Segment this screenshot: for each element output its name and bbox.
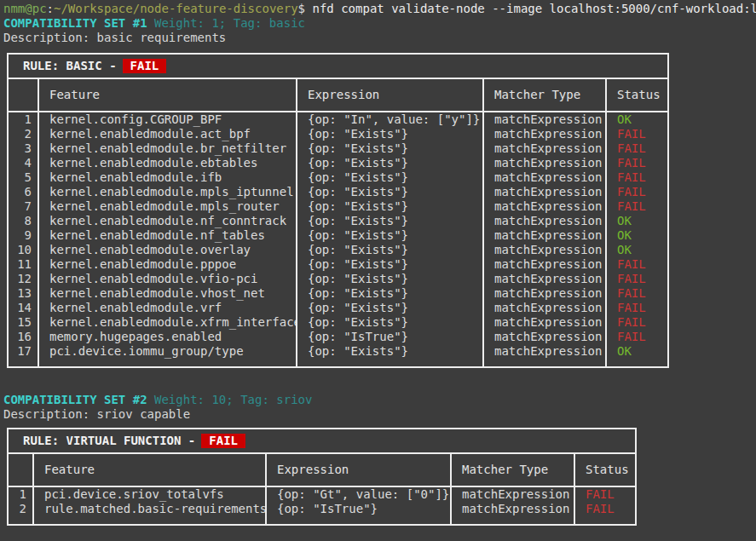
row-feature: kernel.enabledmodule.pppoe bbox=[38, 257, 297, 272]
row-matcher-type: matchExpression bbox=[483, 330, 606, 344]
row-matcher-type: matchExpression bbox=[483, 127, 606, 141]
row-feature: memory.hugepages.enabled bbox=[38, 330, 297, 344]
table-row: 11 kernel.enabledmodule.pppoe {op: "Exis… bbox=[8, 257, 668, 272]
table-row: 2 rule.matched.basic-requirements {op: "… bbox=[8, 502, 636, 525]
row-status: FAIL bbox=[606, 156, 668, 170]
row-index: 12 bbox=[8, 272, 38, 286]
row-expression: {op: "Exists"} bbox=[297, 272, 483, 286]
rule-label: RULE: VIRTUAL FUNCTION - bbox=[23, 434, 195, 447]
row-matcher-type: matchExpression bbox=[483, 315, 606, 330]
table-row: 9 kernel.enabledmodule.nf_tables {op: "E… bbox=[8, 228, 668, 243]
row-status: FAIL bbox=[606, 286, 668, 301]
row-matcher-type: matchExpression bbox=[483, 228, 606, 243]
row-expression: {op: "Exists"} bbox=[297, 214, 483, 228]
row-matcher-type: matchExpression bbox=[483, 141, 606, 156]
row-matcher-type: matchExpression bbox=[483, 199, 606, 214]
row-index: 17 bbox=[8, 344, 38, 367]
rule-status-badge: FAIL bbox=[201, 434, 245, 448]
table-row: 14 kernel.enabledmodule.vrf {op: "Exists… bbox=[8, 301, 668, 315]
row-status: OK bbox=[606, 344, 668, 367]
row-status: OK bbox=[606, 243, 668, 257]
row-index: 13 bbox=[8, 286, 38, 301]
row-index: 8 bbox=[8, 214, 38, 228]
column-header-feature: Feature bbox=[33, 453, 266, 486]
row-feature: kernel.enabledmodule.vfio-pci bbox=[38, 272, 297, 286]
command-text: nfd compat validate-node --image localho… bbox=[305, 2, 756, 15]
row-expression: {op: "In", value: ["y"]} bbox=[297, 112, 483, 127]
terminal-window[interactable]: nmm@pc:~/Workspace/node-feature-discover… bbox=[0, 0, 756, 526]
row-index: 15 bbox=[8, 315, 38, 330]
rule-header-row: RULE: VIRTUAL FUNCTION -FAIL bbox=[8, 429, 636, 453]
row-feature: pci.device.sriov_totalvfs bbox=[33, 486, 266, 502]
row-expression: {op: "Exists"} bbox=[297, 156, 483, 170]
column-header-status: Status bbox=[574, 453, 636, 486]
row-matcher-type: matchExpression bbox=[451, 502, 574, 525]
column-header-expression: Expression bbox=[297, 78, 483, 112]
table-row: 2 kernel.enabledmodule.act_bpf {op: "Exi… bbox=[8, 127, 668, 141]
table-row: 17 pci.device.iommu_group/type {op: "Exi… bbox=[8, 344, 668, 367]
row-index: 1 bbox=[8, 486, 33, 502]
row-expression: {op: "Exists"} bbox=[297, 286, 483, 301]
row-index: 4 bbox=[8, 156, 38, 170]
row-status: FAIL bbox=[606, 185, 668, 199]
row-status: FAIL bbox=[606, 127, 668, 141]
prompt-path: ~/Workspace/node-feature-discovery bbox=[54, 2, 298, 15]
rule-table-basic-body: 1 kernel.config.CGROUP_BPF {op: "In", va… bbox=[8, 112, 668, 367]
row-status: OK bbox=[606, 112, 668, 127]
rule-table-virtual-function: RULE: VIRTUAL FUNCTION -FAIL Feature Exp… bbox=[7, 428, 637, 526]
row-matcher-type: matchExpression bbox=[483, 272, 606, 286]
row-status: FAIL bbox=[606, 272, 668, 286]
column-header-matcher: Matcher Type bbox=[451, 453, 574, 486]
row-matcher-type: matchExpression bbox=[483, 257, 606, 272]
prompt-separator: : bbox=[47, 2, 54, 15]
row-expression: {op: "IsTrue"} bbox=[297, 330, 483, 344]
table-row: 1 pci.device.sriov_totalvfs {op: "Gt", v… bbox=[8, 486, 636, 502]
table-row: 1 kernel.config.CGROUP_BPF {op: "In", va… bbox=[8, 112, 668, 127]
row-feature: kernel.enabledmodule.xfrm_interface bbox=[38, 315, 297, 330]
row-expression: {op: "Gt", value: ["0"]} bbox=[266, 486, 451, 502]
rule-table-basic: RULE: BASIC -FAIL Feature Expression Mat… bbox=[7, 53, 669, 368]
rule-header-cell: RULE: VIRTUAL FUNCTION -FAIL bbox=[8, 429, 636, 453]
row-expression: {op: "Exists"} bbox=[297, 141, 483, 156]
row-expression: {op: "Exists"} bbox=[297, 257, 483, 272]
row-index: 5 bbox=[8, 170, 38, 185]
row-index: 14 bbox=[8, 301, 38, 315]
row-matcher-type: matchExpression bbox=[483, 344, 606, 367]
table-row: 8 kernel.enabledmodule.nf_conntrack {op:… bbox=[8, 214, 668, 228]
row-status: FAIL bbox=[574, 486, 636, 502]
row-matcher-type: matchExpression bbox=[483, 112, 606, 127]
row-expression: {op: "Exists"} bbox=[297, 344, 483, 367]
rule-label: RULE: BASIC - bbox=[23, 59, 117, 72]
set2-header: COMPATIBILITY SET #2 Weight: 10; Tag: sr… bbox=[3, 393, 756, 407]
table-row: 5 kernel.enabledmodule.ifb {op: "Exists"… bbox=[8, 170, 668, 185]
row-status: FAIL bbox=[606, 330, 668, 344]
table-row: 3 kernel.enabledmodule.br_netfilter {op:… bbox=[8, 141, 668, 156]
row-expression: {op: "Exists"} bbox=[297, 243, 483, 257]
table-row: 7 kernel.enabledmodule.mpls_router {op: … bbox=[8, 199, 668, 214]
table-row: 4 kernel.enabledmodule.ebtables {op: "Ex… bbox=[8, 156, 668, 170]
row-expression: {op: "IsTrue"} bbox=[266, 502, 451, 525]
row-status: FAIL bbox=[606, 199, 668, 214]
row-index: 10 bbox=[8, 243, 38, 257]
row-matcher-type: matchExpression bbox=[483, 243, 606, 257]
row-expression: {op: "Exists"} bbox=[297, 185, 483, 199]
set1-header: COMPATIBILITY SET #1 Weight: 1; Tag: bas… bbox=[3, 16, 756, 31]
table-row: 16 memory.hugepages.enabled {op: "IsTrue… bbox=[8, 330, 668, 344]
column-header-matcher: Matcher Type bbox=[483, 78, 606, 112]
row-feature: pci.device.iommu_group/type bbox=[38, 344, 297, 367]
row-index: 16 bbox=[8, 330, 38, 344]
row-expression: {op: "Exists"} bbox=[297, 199, 483, 214]
rule-header-row: RULE: BASIC -FAIL bbox=[8, 54, 668, 78]
column-header-row: Feature Expression Matcher Type Status bbox=[8, 453, 636, 486]
set1-meta: Weight: 1; Tag: basic bbox=[147, 16, 305, 30]
row-expression: {op: "Exists"} bbox=[297, 315, 483, 330]
row-expression: {op: "Exists"} bbox=[297, 301, 483, 315]
row-feature: rule.matched.basic-requirements bbox=[33, 502, 266, 525]
set2-meta: Weight: 10; Tag: sriov bbox=[147, 393, 313, 406]
row-status: OK bbox=[606, 228, 668, 243]
row-index: 1 bbox=[8, 112, 38, 127]
row-expression: {op: "Exists"} bbox=[297, 228, 483, 243]
row-status: OK bbox=[606, 214, 668, 228]
row-matcher-type: matchExpression bbox=[483, 301, 606, 315]
rule-table-virtual-function-body: 1 pci.device.sriov_totalvfs {op: "Gt", v… bbox=[8, 486, 636, 525]
